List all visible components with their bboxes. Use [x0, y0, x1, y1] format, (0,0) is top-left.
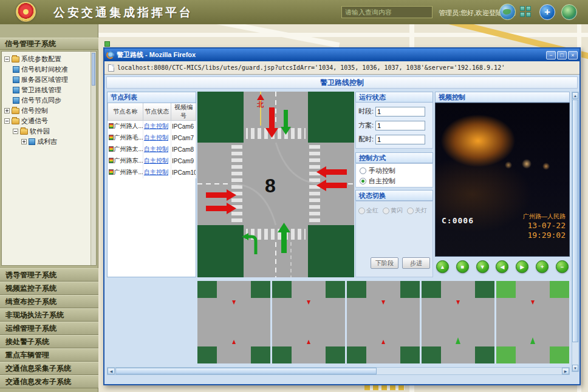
node-status-link[interactable]: 自主控制	[144, 146, 168, 152]
tree-item-guard-route[interactable]: 警卫路线管理	[2, 85, 96, 95]
close-button[interactable]: ×	[568, 51, 578, 59]
tree-scrollbar[interactable]	[91, 52, 96, 265]
sidebar-section-signal-management[interactable]: 信号管理子系统	[0, 38, 98, 50]
horizontal-scrollbar[interactable]: ◀ ▶	[107, 367, 570, 375]
app-title: 公安交通集成指挥平台	[53, 5, 193, 21]
scroll-down-icon[interactable]: ▼	[572, 365, 578, 371]
step-button[interactable]: 步进	[402, 257, 430, 269]
tree-item-signal-node-sync[interactable]: 信号节点同步	[2, 95, 96, 106]
expand-icon[interactable]	[21, 139, 27, 144]
radio-disabled-icon	[407, 208, 414, 214]
world-icon[interactable]	[561, 4, 577, 20]
folder-icon	[12, 118, 19, 124]
tree-item-traffic-signal[interactable]: 交通信号	[2, 116, 96, 126]
expand-icon[interactable]	[4, 108, 10, 113]
folder-icon	[20, 129, 28, 135]
scrollbar-thumb[interactable]	[115, 368, 377, 374]
url-text[interactable]: localhost:8080/CTC-MICS/libs/utes/guard.…	[117, 64, 505, 71]
phase-thumbnail[interactable]	[422, 281, 494, 363]
all-red-option[interactable]: 全红	[358, 206, 378, 215]
globe-icon[interactable]	[499, 4, 516, 20]
table-row[interactable]: 广州路人... 自主控制 IPCam6	[108, 121, 196, 132]
column-header-camera[interactable]: 视频编号	[171, 103, 196, 121]
police-emblem-icon	[16, 2, 36, 22]
video-feed: C:0006 广州路—人民路 13-07-22 19:29:02	[435, 103, 570, 257]
scroll-left-icon[interactable]: ◀	[108, 368, 115, 374]
folder-icon	[12, 56, 19, 63]
sidebar-item-video-surveillance[interactable]: 视频监控子系统	[0, 282, 98, 295]
vertical-scrollbar[interactable]: ▲ ▼	[572, 92, 579, 372]
stop-button[interactable]: ■	[456, 260, 469, 273]
pan-up-button[interactable]: ▲	[436, 260, 449, 273]
table-row[interactable]: 广州路半... 自主控制 IPCam10	[108, 167, 196, 178]
maximize-button[interactable]: □	[557, 51, 567, 59]
sidebar-item-dispatch[interactable]: 接处警子系统	[0, 335, 98, 348]
camera-id: IPCam8	[172, 146, 194, 153]
camera-id: IPCam10	[172, 169, 196, 176]
radio-icon[interactable]	[360, 167, 366, 174]
page-content: 警卫路线控制 节点列表 节点名称 节点状态 视频编号 广州路人... 自主控制 …	[104, 75, 579, 384]
table-row[interactable]: 广州路太... 自主控制 IPCam8	[108, 144, 196, 155]
yellow-flash-option[interactable]: 黄闪	[383, 206, 403, 215]
collapse-icon[interactable]	[13, 129, 18, 134]
phase-thumbnail[interactable]	[272, 281, 345, 363]
phase-thumbnail[interactable]	[496, 281, 569, 363]
auto-control-option[interactable]: 自主控制	[360, 176, 432, 186]
collapse-icon[interactable]	[4, 118, 10, 124]
sidebar-item-offsite-enforcement[interactable]: 非现场执法子系统	[0, 308, 98, 322]
tree-item-software-park[interactable]: 软件园	[2, 126, 96, 137]
table-row[interactable]: 广州路东... 自主控制 IPCam9	[108, 155, 196, 167]
sidebar-item-traffic-info-release[interactable]: 交通信息发布子系统	[0, 375, 98, 388]
column-header-name[interactable]: 节点名称	[108, 103, 143, 121]
scrollbar-thumb[interactable]	[92, 53, 95, 86]
scroll-up-icon[interactable]: ▲	[572, 92, 578, 99]
browser-window: 警卫路线 - Mozilla Firefox − □ × localhost:8…	[103, 47, 581, 385]
zoom-in-button[interactable]: +	[536, 260, 549, 273]
plan-input[interactable]	[375, 121, 425, 130]
node-status-link[interactable]: 自主控制	[144, 157, 168, 164]
apps-grid-icon[interactable]	[520, 6, 532, 18]
phase-thumbnails	[197, 281, 570, 363]
sidebar-item-ops-management[interactable]: 运维管理子系统	[0, 322, 98, 335]
radio-checked-icon[interactable]	[360, 178, 366, 184]
scroll-right-icon[interactable]: ▶	[562, 368, 569, 374]
scrollbar-thumb[interactable]	[572, 100, 578, 342]
pan-left-button[interactable]: ◀	[496, 260, 508, 273]
period-input[interactable]	[375, 107, 425, 117]
collapse-icon[interactable]	[4, 56, 10, 62]
add-icon[interactable]: +	[539, 4, 555, 20]
sidebar-item-vehicle-interception[interactable]: 缉查布控子系统	[0, 295, 98, 308]
tree-item-label: 服务器区域管理	[21, 75, 68, 84]
pan-right-button[interactable]: ▶	[516, 260, 528, 273]
timing-input[interactable]	[375, 135, 425, 144]
location-overlay: 广州路—人民路	[523, 212, 566, 221]
column-header-status[interactable]: 节点状态	[143, 103, 171, 121]
camera-id: IPCam6	[172, 123, 194, 130]
search-input[interactable]	[341, 6, 432, 18]
pan-down-button[interactable]: ▼	[476, 260, 489, 273]
node-status-link[interactable]: 自主控制	[144, 134, 168, 141]
next-stage-button[interactable]: 下阶段	[371, 257, 398, 269]
node-status-link[interactable]: 自主控制	[144, 169, 168, 175]
sidebar-item-key-vehicles[interactable]: 重点车辆管理	[0, 348, 98, 362]
map-marker-icon	[104, 41, 110, 47]
window-titlebar[interactable]: 警卫路线 - Mozilla Firefox − □ ×	[104, 49, 579, 61]
tree-item-server-region[interactable]: 服务器区域管理	[2, 75, 96, 85]
tree-item-signal-time-calibration[interactable]: 信号机时间校准	[2, 64, 96, 75]
minimize-button[interactable]: −	[546, 51, 556, 59]
phase-thumbnail[interactable]	[347, 281, 420, 363]
manual-control-option[interactable]: 手动控制	[360, 166, 432, 176]
node-icon	[29, 138, 35, 145]
sidebar-item-traffic-data-collection[interactable]: 交通信息采集子系统	[0, 362, 98, 375]
node-status-link[interactable]: 自主控制	[144, 123, 168, 129]
table-row[interactable]: 广州路毛... 自主控制 IPCam7	[108, 132, 196, 144]
lights-off-option[interactable]: 关灯	[407, 206, 427, 215]
tree-item-signal-control[interactable]: 信号控制	[2, 106, 96, 116]
tree-item-chengliji[interactable]: 成利吉	[2, 137, 96, 147]
option-label: 手动控制	[369, 166, 395, 175]
phase-thumbnail[interactable]	[197, 281, 270, 363]
zoom-out-button[interactable]: −	[556, 260, 569, 273]
address-bar[interactable]: localhost:8080/CTC-MICS/libs/utes/guard.…	[104, 61, 579, 75]
tree-item-system-params[interactable]: 系统参数配置	[2, 54, 96, 64]
sidebar-item-guidance[interactable]: 诱导管理子系统	[0, 268, 98, 282]
